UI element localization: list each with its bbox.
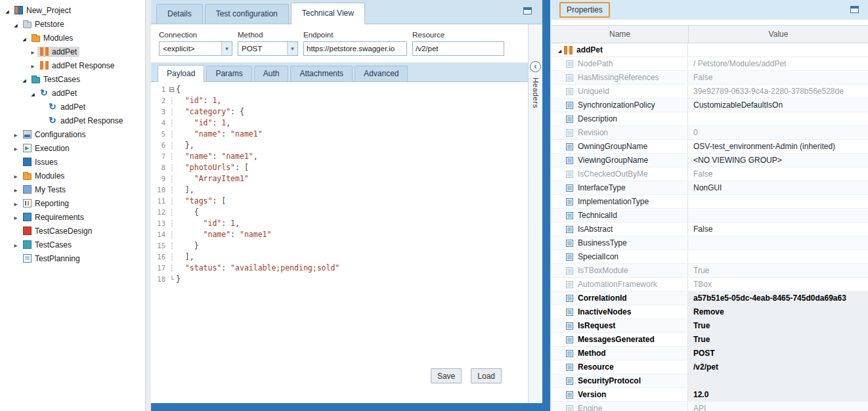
tree-node[interactable]: Modules [29, 33, 76, 43]
subtab-params[interactable]: Params [206, 66, 251, 81]
property-value-cell[interactable]: /v2/pet [688, 360, 868, 374]
dock-icon[interactable] [523, 7, 532, 14]
column-header-name[interactable]: Name [552, 26, 689, 43]
tab-details[interactable]: Details [156, 4, 203, 24]
column-header-value[interactable]: Value [689, 26, 868, 43]
property-value-cell[interactable] [688, 250, 868, 263]
property-value-cell[interactable]: 39e92789-0633-9c4a-2280-378b56e528de [688, 85, 868, 98]
tab-test-configuration[interactable]: Test configuration [205, 4, 289, 24]
property-value-cell[interactable]: OSV-test_environment-Admin (inherited) [688, 140, 868, 153]
collapse-arrow-icon[interactable] [3, 6, 12, 15]
property-value-cell[interactable]: False [688, 167, 868, 181]
property-row-engine[interactable]: EngineAPI [552, 402, 868, 411]
tree-node[interactable]: addPet Response [37, 60, 117, 71]
expand-headers-icon[interactable] [530, 61, 541, 72]
tree-node[interactable]: addPet Response [46, 116, 125, 126]
property-value-cell[interactable]: False [688, 223, 868, 236]
tree-node[interactable]: TestCases [20, 240, 74, 250]
tree-item-addpet-response[interactable]: addPet Response [0, 58, 145, 72]
property-value-cell[interactable] [688, 209, 868, 222]
fold-collapse-icon[interactable]: ⊟ [167, 84, 176, 95]
tree-item-petstore[interactable]: Petstore [0, 17, 145, 31]
property-value-cell[interactable]: TBox [688, 278, 868, 291]
save-button[interactable]: Save [431, 368, 462, 383]
property-row-isabstract[interactable]: IsAbstractFalse [552, 223, 868, 236]
subtab-payload[interactable]: Payload [158, 65, 204, 82]
property-value-cell[interactable]: / Petstore/Modules/addPet [688, 57, 868, 70]
property-row-ischeckedoutbyme[interactable]: IsCheckedOutByMeFalse [552, 167, 868, 181]
property-row-resource[interactable]: Resource/v2/pet [552, 360, 868, 374]
property-value-cell[interactable]: NonGUI [688, 181, 868, 194]
collapse-arrow-icon[interactable] [28, 89, 37, 98]
property-row-version[interactable]: Version12.0 [552, 388, 868, 402]
property-row-uniqueid[interactable]: UniqueId39e92789-0633-9c4a-2280-378b56e5… [552, 85, 868, 98]
tree-node[interactable]: addPet [37, 47, 79, 57]
expand-arrow-icon[interactable] [11, 185, 20, 194]
tree-node[interactable]: New_Project [12, 5, 74, 16]
property-row-istboxmodule[interactable]: IsTBoxModuleTrue [552, 264, 868, 278]
load-button[interactable]: Load [471, 368, 502, 383]
property-value-cell[interactable]: Remove [688, 305, 868, 318]
property-value-cell[interactable]: True [688, 319, 868, 332]
tree-item-testcases[interactable]: TestCases [0, 238, 145, 251]
expand-arrow-icon[interactable] [11, 213, 20, 222]
expand-arrow-icon[interactable] [11, 130, 20, 139]
tree-item-issues[interactable]: Issues [0, 155, 145, 169]
expand-arrow-icon[interactable] [28, 47, 37, 56]
property-row-method[interactable]: MethodPOST [552, 347, 868, 360]
tree-node[interactable]: TestCases [29, 74, 83, 85]
headers-collapsed-tab[interactable]: Headers [528, 24, 542, 403]
tree-item-configurations[interactable]: Configurations [0, 127, 145, 141]
property-value-cell[interactable]: CustomizableDefaultIsOn [688, 98, 868, 112]
tree-item-addpet[interactable]: addPet [0, 45, 145, 58]
tree-node[interactable]: Issues [20, 157, 60, 167]
tree-node[interactable]: Modules [20, 171, 67, 181]
panel-divider[interactable] [146, 0, 151, 411]
payload-editor[interactable]: 1⊟{2┆ "id": 1,3┆ "category": {4┆ "id": 1… [151, 82, 528, 403]
tree-item-requirements[interactable]: Requirements [0, 210, 145, 224]
method-select[interactable]: POST ▾ [238, 41, 298, 56]
property-row-specialicon[interactable]: SpecialIcon [552, 250, 868, 264]
subtab-attachments[interactable]: Attachments [290, 66, 353, 81]
panel-frame-right[interactable] [542, 0, 550, 411]
tree-node[interactable]: Petstore [20, 19, 67, 30]
headers-tab-label[interactable]: Headers [532, 77, 540, 108]
property-row-nodepath[interactable]: NodePath/ Petstore/Modules/addPet [552, 57, 868, 71]
property-row-viewinggroupname[interactable]: ViewingGroupName<NO VIEWING GROUP> [552, 154, 868, 167]
property-row-correlationid[interactable]: CorrelationIda57b51e5-05dc-4eab-8465-745… [552, 292, 868, 305]
property-value-cell[interactable] [688, 374, 868, 387]
property-row-technicalid[interactable]: TechnicalId [552, 209, 868, 223]
tree-item-addpet-response[interactable]: addPet Response [0, 114, 145, 127]
property-value-cell[interactable]: 0 [688, 126, 868, 139]
property-row-businesstype[interactable]: BusinessType [552, 236, 868, 250]
collapse-arrow-icon[interactable] [555, 45, 564, 54]
property-row-description[interactable]: Description [552, 112, 868, 126]
tree-node[interactable]: Reporting [20, 198, 72, 209]
tree-node[interactable]: My Tests [20, 184, 68, 195]
property-row-inactivenodes[interactable]: InactiveNodesRemove [552, 305, 868, 319]
expand-arrow-icon[interactable] [11, 171, 20, 181]
collapse-arrow-icon[interactable] [20, 75, 29, 84]
tree-node[interactable]: Configurations [20, 129, 88, 140]
tab-technical-view[interactable]: Technical View [291, 3, 365, 24]
properties-tab[interactable]: Properties [559, 2, 610, 18]
property-root-row[interactable]: addPet [552, 43, 868, 57]
property-row-revision[interactable]: Revision0 [552, 126, 868, 140]
property-value-cell[interactable]: True [688, 264, 868, 277]
property-row-hasmissingreferences[interactable]: HasMissingReferencesFalse [552, 71, 868, 85]
tree-item-testcases[interactable]: TestCases [0, 72, 145, 86]
tree-node[interactable]: addPet [37, 88, 79, 98]
property-value-cell[interactable] [688, 112, 868, 125]
tree-item-addpet[interactable]: addPet [0, 86, 145, 100]
expand-arrow-icon[interactable] [28, 61, 37, 70]
property-row-owninggroupname[interactable]: OwningGroupNameOSV-test_environment-Admi… [552, 140, 868, 154]
property-value-cell[interactable]: a57b51e5-05dc-4eab-8465-745d0da69a63 [688, 292, 868, 305]
tree-item-testplanning[interactable]: TestPlanning [0, 251, 145, 265]
tree-node[interactable]: Execution [20, 143, 72, 154]
chevron-down-icon[interactable]: ▾ [287, 42, 297, 55]
property-row-automationframework[interactable]: AutomationFrameworkTBox [552, 278, 868, 292]
property-value-cell[interactable]: 12.0 [688, 388, 868, 401]
property-row-interfacetype[interactable]: InterfaceTypeNonGUI [552, 181, 868, 195]
property-row-implementationtype[interactable]: ImplementationType [552, 195, 868, 209]
tree-item-addpet[interactable]: addPet [0, 100, 145, 114]
